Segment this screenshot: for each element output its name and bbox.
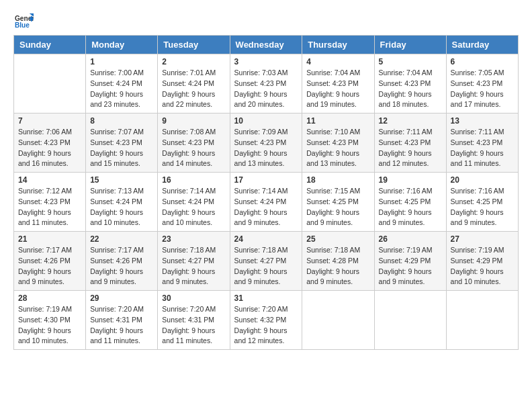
day-number: 13 (451, 116, 514, 126)
day-number: 7 (18, 116, 81, 126)
calendar-cell: 15Sunrise: 7:13 AMSunset: 4:24 PMDayligh… (86, 173, 158, 232)
day-number: 29 (90, 293, 153, 303)
day-info: Sunrise: 7:20 AMSunset: 4:32 PMDaylight:… (234, 304, 298, 347)
column-header-saturday: Saturday (446, 36, 518, 54)
day-info: Sunrise: 7:13 AMSunset: 4:24 PMDaylight:… (90, 186, 153, 228)
day-info: Sunrise: 7:12 AMSunset: 4:23 PMDaylight:… (18, 186, 81, 228)
calendar-cell: 20Sunrise: 7:16 AMSunset: 4:25 PMDayligh… (446, 173, 518, 232)
calendar-cell: 9Sunrise: 7:08 AMSunset: 4:23 PMDaylight… (158, 113, 230, 173)
day-info: Sunrise: 7:07 AMSunset: 4:23 PMDaylight:… (90, 127, 153, 169)
calendar-cell: 28Sunrise: 7:19 AMSunset: 4:30 PMDayligh… (14, 291, 86, 350)
day-info: Sunrise: 7:19 AMSunset: 4:29 PMDaylight:… (451, 245, 514, 287)
svg-text:Blue: Blue (15, 21, 30, 28)
day-info: Sunrise: 7:04 AMSunset: 4:23 PMDaylight:… (306, 68, 369, 110)
day-number: 2 (162, 57, 225, 66)
calendar-cell (302, 291, 374, 350)
calendar-cell: 18Sunrise: 7:15 AMSunset: 4:25 PMDayligh… (302, 173, 374, 232)
calendar-cell: 3Sunrise: 7:03 AMSunset: 4:23 PMDaylight… (230, 54, 302, 113)
day-info: Sunrise: 7:01 AMSunset: 4:24 PMDaylight:… (162, 68, 225, 110)
day-number: 19 (379, 175, 442, 185)
day-number: 15 (90, 175, 153, 185)
day-number: 8 (90, 116, 153, 126)
logo: General Blue (13, 13, 36, 28)
day-info: Sunrise: 7:18 AMSunset: 4:28 PMDaylight:… (306, 245, 369, 287)
column-header-thursday: Thursday (302, 36, 374, 54)
day-number: 28 (18, 293, 81, 303)
calendar-cell: 13Sunrise: 7:11 AMSunset: 4:23 PMDayligh… (446, 113, 518, 173)
calendar-cell: 25Sunrise: 7:18 AMSunset: 4:28 PMDayligh… (302, 232, 374, 291)
calendar-cell: 6Sunrise: 7:05 AMSunset: 4:23 PMDaylight… (446, 54, 518, 113)
day-number: 18 (306, 175, 369, 185)
calendar-header-row: SundayMondayTuesdayWednesdayThursdayFrid… (14, 36, 519, 54)
day-number: 12 (379, 116, 442, 126)
day-info: Sunrise: 7:04 AMSunset: 4:23 PMDaylight:… (379, 68, 442, 110)
calendar-cell: 26Sunrise: 7:19 AMSunset: 4:29 PMDayligh… (374, 232, 446, 291)
day-info: Sunrise: 7:00 AMSunset: 4:24 PMDaylight:… (90, 68, 153, 110)
day-number: 6 (451, 57, 514, 66)
general-blue-icon: General Blue (15, 13, 34, 28)
week-row-1: 7Sunrise: 7:06 AMSunset: 4:23 PMDaylight… (14, 113, 519, 173)
day-number: 23 (162, 234, 225, 244)
calendar-cell: 2Sunrise: 7:01 AMSunset: 4:24 PMDaylight… (158, 54, 230, 113)
day-number: 22 (90, 234, 153, 244)
day-info: Sunrise: 7:18 AMSunset: 4:27 PMDaylight:… (234, 245, 298, 287)
calendar-cell: 11Sunrise: 7:10 AMSunset: 4:23 PMDayligh… (302, 113, 374, 173)
calendar-cell: 24Sunrise: 7:18 AMSunset: 4:27 PMDayligh… (230, 232, 302, 291)
day-info: Sunrise: 7:19 AMSunset: 4:29 PMDaylight:… (379, 245, 442, 287)
calendar-cell: 12Sunrise: 7:11 AMSunset: 4:23 PMDayligh… (374, 113, 446, 173)
calendar-cell: 21Sunrise: 7:17 AMSunset: 4:26 PMDayligh… (14, 232, 86, 291)
calendar-cell: 17Sunrise: 7:14 AMSunset: 4:24 PMDayligh… (230, 173, 302, 232)
column-header-wednesday: Wednesday (230, 36, 302, 54)
day-number: 26 (379, 234, 442, 244)
day-number: 20 (451, 175, 514, 185)
day-number: 1 (90, 57, 153, 66)
calendar-cell (374, 291, 446, 350)
calendar-cell: 19Sunrise: 7:16 AMSunset: 4:25 PMDayligh… (374, 173, 446, 232)
day-info: Sunrise: 7:14 AMSunset: 4:24 PMDaylight:… (234, 186, 298, 228)
calendar-cell: 5Sunrise: 7:04 AMSunset: 4:23 PMDaylight… (374, 54, 446, 113)
calendar-cell (14, 54, 86, 113)
day-info: Sunrise: 7:20 AMSunset: 4:31 PMDaylight:… (162, 304, 225, 347)
day-info: Sunrise: 7:17 AMSunset: 4:26 PMDaylight:… (90, 245, 153, 287)
calendar-cell: 1Sunrise: 7:00 AMSunset: 4:24 PMDaylight… (86, 54, 158, 113)
page-container: General Blue SundayMondayTuesdayWednesda… (13, 13, 519, 350)
day-number: 16 (162, 175, 225, 185)
header: General Blue (13, 13, 519, 28)
column-header-friday: Friday (374, 36, 446, 54)
day-info: Sunrise: 7:18 AMSunset: 4:27 PMDaylight:… (162, 245, 225, 287)
day-info: Sunrise: 7:20 AMSunset: 4:31 PMDaylight:… (90, 304, 153, 347)
day-number: 30 (162, 293, 225, 303)
week-row-2: 14Sunrise: 7:12 AMSunset: 4:23 PMDayligh… (14, 173, 519, 232)
day-number: 14 (18, 175, 81, 185)
day-number: 4 (306, 57, 369, 66)
day-number: 21 (18, 234, 81, 244)
column-header-monday: Monday (86, 36, 158, 54)
day-info: Sunrise: 7:16 AMSunset: 4:25 PMDaylight:… (379, 186, 442, 228)
day-number: 27 (451, 234, 514, 244)
day-info: Sunrise: 7:09 AMSunset: 4:23 PMDaylight:… (234, 127, 298, 169)
day-number: 24 (234, 234, 298, 244)
day-number: 5 (379, 57, 442, 66)
column-header-sunday: Sunday (14, 36, 86, 54)
day-info: Sunrise: 7:17 AMSunset: 4:26 PMDaylight:… (18, 245, 81, 287)
calendar-cell: 10Sunrise: 7:09 AMSunset: 4:23 PMDayligh… (230, 113, 302, 173)
calendar-cell: 31Sunrise: 7:20 AMSunset: 4:32 PMDayligh… (230, 291, 302, 350)
week-row-4: 28Sunrise: 7:19 AMSunset: 4:30 PMDayligh… (14, 291, 519, 350)
calendar-cell: 27Sunrise: 7:19 AMSunset: 4:29 PMDayligh… (446, 232, 518, 291)
day-info: Sunrise: 7:05 AMSunset: 4:23 PMDaylight:… (451, 68, 514, 110)
day-info: Sunrise: 7:08 AMSunset: 4:23 PMDaylight:… (162, 127, 225, 169)
day-number: 9 (162, 116, 225, 126)
week-row-0: 1Sunrise: 7:00 AMSunset: 4:24 PMDaylight… (14, 54, 519, 113)
calendar-cell: 14Sunrise: 7:12 AMSunset: 4:23 PMDayligh… (14, 173, 86, 232)
week-row-3: 21Sunrise: 7:17 AMSunset: 4:26 PMDayligh… (14, 232, 519, 291)
calendar-cell: 29Sunrise: 7:20 AMSunset: 4:31 PMDayligh… (86, 291, 158, 350)
calendar-cell: 23Sunrise: 7:18 AMSunset: 4:27 PMDayligh… (158, 232, 230, 291)
day-info: Sunrise: 7:06 AMSunset: 4:23 PMDaylight:… (18, 127, 81, 169)
calendar-cell: 8Sunrise: 7:07 AMSunset: 4:23 PMDaylight… (86, 113, 158, 173)
day-info: Sunrise: 7:10 AMSunset: 4:23 PMDaylight:… (306, 127, 369, 169)
day-info: Sunrise: 7:11 AMSunset: 4:23 PMDaylight:… (451, 127, 514, 169)
calendar-cell: 4Sunrise: 7:04 AMSunset: 4:23 PMDaylight… (302, 54, 374, 113)
day-info: Sunrise: 7:03 AMSunset: 4:23 PMDaylight:… (234, 68, 298, 110)
calendar-cell (446, 291, 518, 350)
day-number: 25 (306, 234, 369, 244)
